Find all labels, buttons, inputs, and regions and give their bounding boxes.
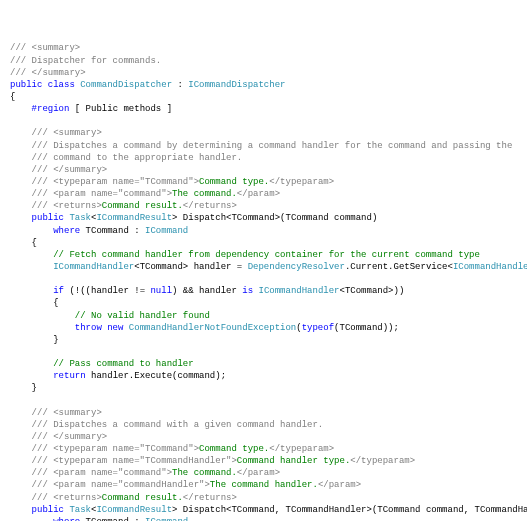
xmldoc: </returns> <box>183 493 237 503</box>
xmldoc: /// command to the appropriate handler. <box>10 153 242 163</box>
brace: } <box>10 383 37 393</box>
text: [ Public methods ] <box>69 104 172 114</box>
brace: } <box>10 335 59 345</box>
text: <TCommand> handler = <box>134 262 247 272</box>
type: CommandHandlerNotFoundException <box>129 323 296 333</box>
xmldoc-id: TCommand <box>145 177 188 187</box>
xmldoc: /// Dispatcher for commands. <box>10 56 161 66</box>
xmldoc: /// <param name=" <box>10 480 123 490</box>
text: .Current.GetService< <box>345 262 453 272</box>
keyword: #region <box>10 104 69 114</box>
keyword: null <box>150 286 172 296</box>
xmldoc-text: Command type. <box>199 444 269 454</box>
brace: { <box>10 298 59 308</box>
xmldoc: /// <returns> <box>10 493 102 503</box>
text: : <box>172 80 188 90</box>
xmldoc-id: TCommandHandler <box>145 456 226 466</box>
xmldoc: </param> <box>318 480 361 490</box>
xmldoc: "> <box>161 468 172 478</box>
keyword: where <box>10 517 80 521</box>
type: CommandDispatcher <box>80 80 172 90</box>
xmldoc: </typeparam> <box>269 444 334 454</box>
keyword: public <box>10 505 69 515</box>
type: ICommandHandler <box>253 286 339 296</box>
xmldoc-text: The command. <box>172 189 237 199</box>
text: TCommand : <box>80 226 145 236</box>
type: ICommandHandler <box>453 262 527 272</box>
xmldoc: "> <box>199 480 210 490</box>
xmldoc-text: Command result. <box>102 201 183 211</box>
xmldoc: </returns> <box>183 201 237 211</box>
keyword: return <box>10 371 86 381</box>
text: > Dispatch<TCommand>(TCommand command) <box>172 213 377 223</box>
xmldoc-id: commandHandler <box>123 480 199 490</box>
xmldoc: </param> <box>237 189 280 199</box>
xmldoc: /// Dispatches a command with a given co… <box>10 420 323 430</box>
code-block: /// <summary> /// Dispatcher for command… <box>10 42 517 521</box>
xmldoc: /// <summary> <box>10 128 102 138</box>
keyword: if <box>10 286 64 296</box>
xmldoc: "> <box>161 189 172 199</box>
xmldoc: /// <typeparam name=" <box>10 177 145 187</box>
xmldoc: /// <param name=" <box>10 468 123 478</box>
xmldoc-text: The command. <box>172 468 237 478</box>
comment: // Fetch command handler from dependency… <box>10 250 480 260</box>
text: ) && handler <box>172 286 242 296</box>
xmldoc: /// <summary> <box>10 43 80 53</box>
xmldoc: </typeparam> <box>269 177 334 187</box>
type: ICommandDispatcher <box>188 80 285 90</box>
xmldoc-text: Command handler type. <box>237 456 350 466</box>
type: Task <box>69 213 91 223</box>
xmldoc: </param> <box>237 468 280 478</box>
type: ICommand <box>145 226 188 236</box>
xmldoc: /// </summary> <box>10 432 107 442</box>
xmldoc: /// </summary> <box>10 165 107 175</box>
type: ICommandHandler <box>10 262 134 272</box>
keyword: is <box>242 286 253 296</box>
xmldoc: /// </summary> <box>10 68 86 78</box>
xmldoc-id: TCommand <box>145 444 188 454</box>
type: ICommandResult <box>96 213 172 223</box>
xmldoc: "> <box>226 456 237 466</box>
type: DependencyResolver <box>248 262 345 272</box>
keyword: public <box>10 213 69 223</box>
text: handler.Execute(command); <box>86 371 226 381</box>
keyword: public class <box>10 80 80 90</box>
keyword: typeof <box>302 323 334 333</box>
xmldoc: /// Dispatches a command by determining … <box>10 141 512 151</box>
text: (TCommand)); <box>334 323 399 333</box>
text: (!((handler != <box>64 286 150 296</box>
text: > Dispatch<TCommand, TCommandHandler>(TC… <box>172 505 527 515</box>
keyword: where <box>10 226 80 236</box>
type: ICommandResult <box>96 505 172 515</box>
text: <TCommand>)) <box>340 286 405 296</box>
xmldoc: /// <typeparam name=" <box>10 444 145 454</box>
xmldoc: </typeparam> <box>350 456 415 466</box>
xmldoc: /// <typeparam name=" <box>10 456 145 466</box>
text: TCommand : <box>80 517 145 521</box>
xmldoc: "> <box>188 444 199 454</box>
type: Task <box>69 505 91 515</box>
xmldoc: /// <param name=" <box>10 189 123 199</box>
xmldoc-id: command <box>123 189 161 199</box>
xmldoc-text: The command handler. <box>210 480 318 490</box>
brace: { <box>10 238 37 248</box>
xmldoc: "> <box>188 177 199 187</box>
xmldoc-id: command <box>123 468 161 478</box>
xmldoc: /// <returns> <box>10 201 102 211</box>
brace: { <box>10 92 15 102</box>
comment: // No valid handler found <box>10 311 210 321</box>
keyword: throw new <box>10 323 129 333</box>
xmldoc-text: Command result. <box>102 493 183 503</box>
comment: // Pass command to handler <box>10 359 194 369</box>
type: ICommand <box>145 517 188 521</box>
xmldoc: /// <summary> <box>10 408 102 418</box>
xmldoc-text: Command type. <box>199 177 269 187</box>
